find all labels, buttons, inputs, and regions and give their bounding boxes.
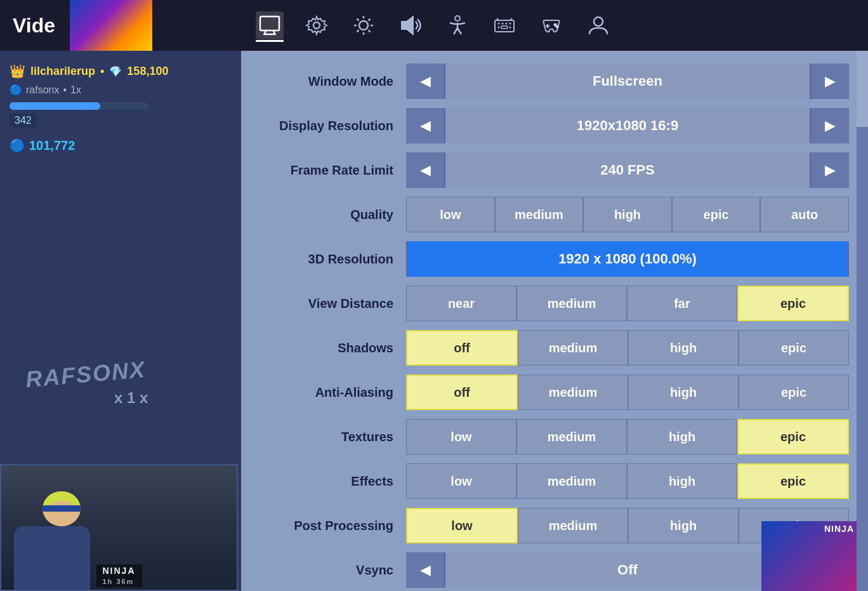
- nav-settings[interactable]: [303, 11, 331, 39]
- textures-high[interactable]: high: [627, 419, 737, 455]
- post-processing-medium[interactable]: medium: [518, 508, 628, 543]
- shadows-group: off medium high epic: [406, 330, 849, 366]
- svg-line-12: [369, 19, 371, 21]
- effects-group: low medium high epic: [406, 463, 849, 499]
- crown-icon: 👑: [10, 63, 25, 79]
- quality-medium[interactable]: medium: [495, 197, 584, 232]
- anti-aliasing-high[interactable]: high: [628, 375, 739, 410]
- nav-monitor[interactable]: [256, 11, 284, 39]
- scrollbar-track: [857, 51, 868, 591]
- view-distance-far[interactable]: far: [627, 286, 737, 321]
- shadows-row: Shadows off medium high epic: [260, 330, 849, 366]
- shadows-high[interactable]: high: [628, 330, 739, 366]
- frame-rate-prev[interactable]: ◀: [406, 152, 444, 188]
- view-distance-label: View Distance: [260, 296, 406, 311]
- shield-icon: 🔵: [10, 84, 22, 96]
- textures-row: Textures low medium high epic: [260, 419, 849, 455]
- view-distance-near[interactable]: near: [406, 286, 516, 321]
- vsync-value: Off: [444, 552, 811, 588]
- bottom-thumb-name: NINJA: [824, 524, 854, 534]
- textures-low[interactable]: low: [406, 419, 516, 455]
- anti-aliasing-row: Anti-Aliasing off medium high epic: [260, 375, 849, 410]
- textures-label: Textures: [260, 430, 406, 444]
- quality-low[interactable]: low: [406, 197, 495, 232]
- x1x-badge: x 1 x: [114, 389, 148, 407]
- display-resolution-control: ◀ 1920x1080 16:9 ▶: [406, 108, 849, 143]
- bottom-thumb-label: NINJA: [824, 524, 854, 534]
- svg-point-4: [313, 22, 320, 29]
- display-resolution-next[interactable]: ▶: [811, 108, 849, 143]
- shadows-medium[interactable]: medium: [518, 330, 628, 366]
- nav-profile[interactable]: [584, 11, 612, 39]
- anti-aliasing-off[interactable]: off: [406, 375, 518, 410]
- scrollbar-thumb[interactable]: [857, 51, 868, 127]
- anti-aliasing-medium[interactable]: medium: [518, 375, 628, 410]
- svg-point-32: [556, 26, 558, 28]
- display-resolution-prev[interactable]: ◀: [406, 108, 444, 143]
- post-processing-row: Post Processing low medium high epic: [260, 508, 849, 543]
- anti-aliasing-epic[interactable]: epic: [739, 375, 849, 410]
- quality-high[interactable]: high: [583, 197, 672, 232]
- post-processing-high[interactable]: high: [628, 508, 739, 543]
- shadows-epic[interactable]: epic: [739, 330, 849, 366]
- textures-epic[interactable]: epic: [737, 419, 849, 455]
- effects-control: low medium high epic: [406, 463, 849, 499]
- view-distance-control: near medium far epic: [406, 286, 849, 321]
- effects-epic[interactable]: epic: [737, 463, 849, 499]
- nav-keyboard[interactable]: [490, 11, 518, 39]
- display-resolution-row: Display Resolution ◀ 1920x1080 16:9 ▶: [260, 108, 849, 143]
- frame-rate-row: Frame Rate Limit ◀ 240 FPS ▶: [260, 152, 849, 188]
- effects-medium[interactable]: medium: [516, 463, 627, 499]
- nav-audio[interactable]: [397, 11, 424, 39]
- window-mode-row: Window Mode ◀ Fullscreen ▶: [260, 63, 849, 99]
- quality-label: Quality: [260, 208, 406, 222]
- shadows-off[interactable]: off: [406, 330, 518, 366]
- view-distance-row: View Distance near medium far epic: [260, 286, 849, 321]
- effects-low[interactable]: low: [406, 463, 516, 499]
- window-mode-value: Fullscreen: [444, 63, 811, 99]
- webcam-time: 1h 36m: [102, 578, 134, 585]
- 3d-resolution-row: 3D Resolution 1920 x 1080 (100.0%): [260, 241, 849, 277]
- svg-point-33: [594, 17, 603, 26]
- textures-medium[interactable]: medium: [516, 419, 627, 455]
- webcam-label: NINJA 1h 36m: [96, 564, 141, 587]
- 3d-resolution-label: 3D Resolution: [260, 252, 406, 267]
- quality-epic[interactable]: epic: [672, 197, 761, 232]
- textures-control: low medium high epic: [406, 419, 849, 455]
- sub-level: 1x: [70, 84, 81, 96]
- window-mode-next[interactable]: ▶: [811, 63, 849, 99]
- nav-brightness[interactable]: [350, 11, 378, 39]
- effects-row: Effects low medium high epic: [260, 463, 849, 499]
- quality-group: low medium high epic auto: [406, 197, 849, 232]
- frame-rate-next[interactable]: ▶: [811, 152, 849, 188]
- post-processing-low[interactable]: low: [406, 508, 518, 543]
- nav-gamepad[interactable]: [537, 11, 565, 39]
- frame-rate-label: Frame Rate Limit: [260, 163, 406, 178]
- quality-control: low medium high epic auto: [406, 197, 849, 232]
- svg-line-18: [457, 28, 461, 34]
- svg-marker-14: [402, 17, 413, 34]
- 3d-resolution-control: 1920 x 1080 (100.0%): [406, 241, 849, 277]
- window-mode-label: Window Mode: [260, 74, 406, 89]
- nav-accessibility[interactable]: [444, 11, 471, 39]
- effects-high[interactable]: high: [627, 463, 737, 499]
- window-mode-prev[interactable]: ◀: [406, 63, 444, 99]
- top-bar: Vide: [0, 0, 868, 51]
- quality-auto[interactable]: auto: [760, 197, 849, 232]
- webcam: NINJA 1h 36m: [0, 464, 238, 591]
- svg-point-31: [555, 24, 556, 26]
- svg-line-10: [357, 19, 359, 21]
- shadows-control: off medium high epic: [406, 330, 849, 366]
- xp-progress-bar: [10, 102, 149, 110]
- coins-icon: 🔵: [10, 138, 25, 153]
- separator: •: [100, 65, 104, 78]
- svg-point-15: [455, 16, 460, 21]
- svg-rect-0: [260, 17, 279, 30]
- vsync-prev[interactable]: ◀: [406, 552, 444, 588]
- post-processing-label: Post Processing: [260, 519, 406, 533]
- view-distance-medium[interactable]: medium: [516, 286, 627, 321]
- frame-rate-value: 240 FPS: [444, 152, 811, 188]
- window-mode-control: ◀ Fullscreen ▶: [406, 63, 849, 99]
- view-distance-epic[interactable]: epic: [737, 286, 849, 321]
- anti-aliasing-control: off medium high epic: [406, 375, 849, 410]
